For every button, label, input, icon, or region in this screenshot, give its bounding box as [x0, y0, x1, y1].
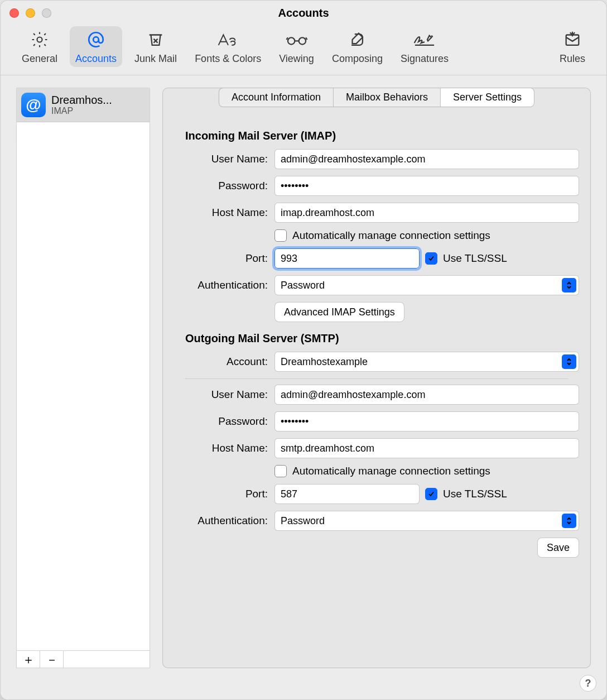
svg-point-3: [298, 37, 305, 44]
incoming-password-input[interactable]: [274, 176, 579, 196]
svg-point-2: [287, 37, 294, 44]
settings-panel: Account Information Mailbox Behaviors Se…: [162, 88, 591, 668]
outgoing-account-select[interactable]: Dreamhostexample: [274, 352, 579, 372]
outgoing-heading: Outgoing Mail Server (SMTP): [185, 332, 579, 345]
remove-account-button[interactable]: －: [40, 651, 64, 668]
incoming-heading: Incoming Mail Server (IMAP): [185, 130, 579, 142]
tab-fonts-colors[interactable]: Fonts & Colors: [189, 26, 267, 67]
outgoing-tls-label: Use TLS/SSL: [443, 488, 507, 500]
tab-accounts[interactable]: Accounts: [70, 26, 122, 67]
titlebar: Accounts: [1, 1, 606, 20]
outgoing-port-label: Port:: [174, 488, 274, 500]
incoming-host-label: Host Name:: [174, 207, 274, 219]
toolbar-label: General: [22, 53, 57, 65]
save-button[interactable]: Save: [537, 538, 579, 558]
chevron-updown-icon: [562, 354, 576, 369]
tab-composing[interactable]: Composing: [326, 26, 388, 67]
accounts-sidebar: @ Dreamhos... IMAP ＋ －: [16, 88, 150, 668]
incoming-username-label: User Name:: [174, 153, 274, 165]
toolbar-label: Rules: [560, 53, 585, 65]
incoming-auto-label: Automatically manage connection settings: [292, 229, 490, 242]
outgoing-auto-checkbox[interactable]: [274, 465, 287, 477]
outgoing-auth-select[interactable]: Password: [274, 511, 579, 531]
svg-point-1: [93, 37, 99, 42]
at-sign-icon: [86, 30, 106, 50]
outgoing-password-input[interactable]: [274, 411, 579, 431]
signature-icon: [412, 30, 437, 50]
account-row[interactable]: @ Dreamhos... IMAP: [17, 88, 150, 122]
outgoing-host-label: Host Name:: [174, 442, 274, 454]
zoom-button[interactable]: [42, 8, 51, 18]
close-button[interactable]: [9, 8, 19, 18]
outgoing-account-value: Dreamhostexample: [281, 356, 368, 368]
toolbar-label: Junk Mail: [134, 53, 177, 65]
window-controls: [9, 8, 51, 18]
help-button[interactable]: ?: [580, 675, 596, 692]
outgoing-username-label: User Name:: [174, 389, 274, 401]
outgoing-username-input[interactable]: [274, 385, 579, 405]
chevron-updown-icon: [562, 278, 576, 293]
tab-account-information[interactable]: Account Information: [219, 88, 333, 107]
outgoing-auth-value: Password: [281, 515, 325, 527]
trash-icon: [146, 30, 165, 50]
incoming-auth-label: Authentication:: [174, 279, 274, 291]
outgoing-tls-checkbox[interactable]: [425, 488, 437, 500]
incoming-username-input[interactable]: [274, 149, 579, 169]
incoming-tls-label: Use TLS/SSL: [443, 252, 507, 265]
toolbar-label: Fonts & Colors: [195, 53, 261, 65]
outgoing-password-label: Password:: [174, 415, 274, 428]
toolbar-label: Signatures: [401, 53, 449, 65]
tab-general[interactable]: General: [16, 26, 63, 67]
account-name: Dreamhos...: [51, 94, 112, 106]
compose-icon: [348, 30, 367, 50]
incoming-auto-checkbox[interactable]: [274, 229, 287, 242]
incoming-host-input[interactable]: [274, 203, 579, 223]
window-title: Accounts: [278, 1, 329, 20]
outgoing-auth-label: Authentication:: [174, 515, 274, 527]
font-icon: [216, 30, 240, 50]
toolbar: General Accounts Junk Mail: [1, 20, 606, 75]
outgoing-account-label: Account:: [174, 356, 274, 368]
account-type: IMAP: [51, 106, 112, 116]
outgoing-port-input[interactable]: [274, 484, 420, 504]
minimize-button[interactable]: [26, 8, 35, 18]
tab-server-settings[interactable]: Server Settings: [441, 88, 534, 107]
incoming-auth-value: Password: [281, 280, 325, 291]
tab-viewing[interactable]: Viewing: [273, 26, 320, 67]
gear-icon: [30, 30, 49, 50]
incoming-password-label: Password:: [174, 180, 274, 192]
preferences-window: Accounts General Accounts: [0, 0, 607, 700]
tab-mailbox-behaviors[interactable]: Mailbox Behaviors: [334, 88, 440, 107]
segmented-tabs: Account Information Mailbox Behaviors Se…: [219, 88, 534, 107]
toolbar-label: Viewing: [279, 53, 314, 65]
toolbar-label: Accounts: [75, 53, 117, 65]
rules-icon: [563, 30, 582, 50]
accounts-list[interactable]: @ Dreamhos... IMAP: [16, 88, 150, 650]
glasses-icon: [285, 30, 309, 50]
incoming-port-input[interactable]: [274, 248, 420, 269]
incoming-port-label: Port:: [174, 252, 274, 265]
incoming-auth-select[interactable]: Password: [274, 275, 579, 295]
tab-junk-mail[interactable]: Junk Mail: [129, 26, 182, 67]
add-account-button[interactable]: ＋: [17, 651, 40, 668]
sidebar-footer: ＋ －: [16, 650, 150, 668]
outgoing-auto-label: Automatically manage connection settings: [292, 465, 490, 477]
divider: [185, 378, 568, 379]
toolbar-label: Composing: [332, 53, 383, 65]
at-sign-icon: @: [21, 93, 46, 117]
outgoing-host-input[interactable]: [274, 438, 579, 458]
chevron-updown-icon: [562, 514, 576, 528]
svg-point-0: [37, 37, 42, 42]
incoming-tls-checkbox[interactable]: [425, 252, 437, 265]
advanced-imap-button[interactable]: Advanced IMAP Settings: [274, 302, 404, 322]
content-area: @ Dreamhos... IMAP ＋ － Account Informati…: [1, 75, 606, 691]
tab-signatures[interactable]: Signatures: [395, 26, 454, 67]
tab-rules[interactable]: Rules: [554, 26, 591, 67]
